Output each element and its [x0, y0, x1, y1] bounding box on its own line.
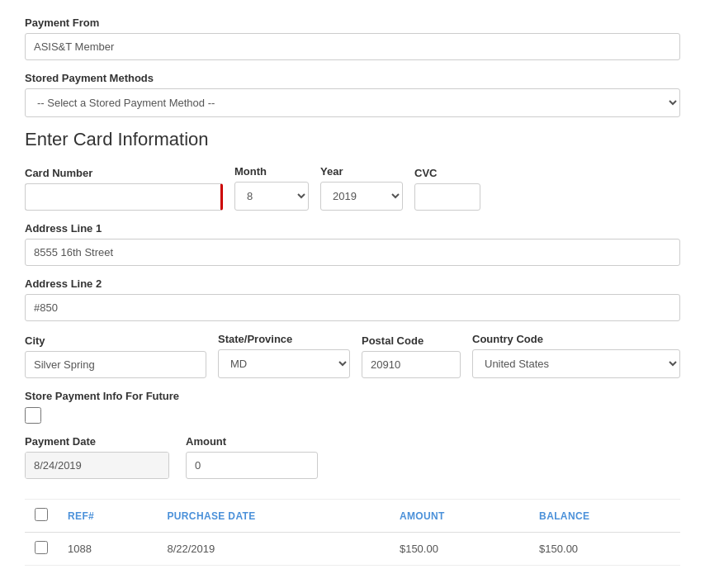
- row-purchase-date: 8/22/2019: [157, 533, 389, 566]
- row-balance: $150.00: [529, 533, 680, 566]
- table-col-purchase-date: PURCHASE DATE: [157, 500, 389, 533]
- table-col-ref: REF#: [58, 500, 157, 533]
- row-checkbox-cell: [25, 533, 58, 566]
- select-all-checkbox[interactable]: [35, 508, 48, 521]
- payment-from-label: Payment From: [25, 17, 680, 29]
- country-code-label: Country Code: [472, 333, 680, 345]
- payment-from-input[interactable]: [25, 33, 680, 60]
- enter-card-heading: Enter Card Information: [25, 129, 680, 150]
- state-label: State/Province: [218, 333, 350, 345]
- city-input[interactable]: [25, 351, 206, 378]
- table-col-amount: AMOUNT: [390, 500, 529, 533]
- month-label: Month: [234, 165, 309, 178]
- month-select[interactable]: 8 123 456 7910 1112: [234, 182, 309, 211]
- year-select[interactable]: 2019 20202021 20222023: [320, 182, 403, 211]
- table-header-checkbox: [25, 500, 58, 533]
- payment-date-label: Payment Date: [25, 435, 169, 448]
- address-line2-label: Address Line 2: [25, 277, 680, 290]
- state-select[interactable]: MD VADC CANY: [218, 349, 350, 378]
- stored-payment-label: Stored Payment Methods: [25, 72, 680, 84]
- payment-date-input[interactable]: [26, 453, 169, 478]
- address-line2-input[interactable]: [25, 294, 680, 321]
- amount-label: Amount: [186, 435, 318, 448]
- country-code-select[interactable]: United States Canada United Kingdom: [472, 349, 680, 378]
- card-number-label: Card Number: [25, 167, 223, 179]
- table-col-balance: BALANCE: [529, 500, 680, 533]
- payment-date-field: 📅: [25, 452, 169, 479]
- store-payment-label: Store Payment Info For Future: [25, 390, 680, 402]
- purchases-table: REF# PURCHASE DATE AMOUNT BALANCE 1088 8…: [25, 500, 680, 566]
- row-ref: 1088: [58, 533, 157, 566]
- table-row: 1088 8/22/2019 $150.00 $150.00: [25, 533, 680, 566]
- year-label: Year: [320, 165, 403, 178]
- city-label: City: [25, 334, 206, 347]
- row-amount: $150.00: [390, 533, 529, 566]
- address-line1-input[interactable]: [25, 239, 680, 266]
- store-payment-checkbox[interactable]: [25, 407, 41, 424]
- postal-code-label: Postal Code: [362, 334, 461, 347]
- amount-input[interactable]: [186, 452, 318, 479]
- row-select-checkbox[interactable]: [35, 541, 48, 554]
- stored-payment-select[interactable]: -- Select a Stored Payment Method --: [25, 88, 680, 117]
- cvc-input[interactable]: [414, 183, 480, 211]
- cvc-label: CVC: [414, 167, 480, 179]
- postal-code-input[interactable]: [362, 351, 461, 378]
- card-number-input[interactable]: [25, 183, 223, 211]
- address-line1-label: Address Line 1: [25, 222, 680, 235]
